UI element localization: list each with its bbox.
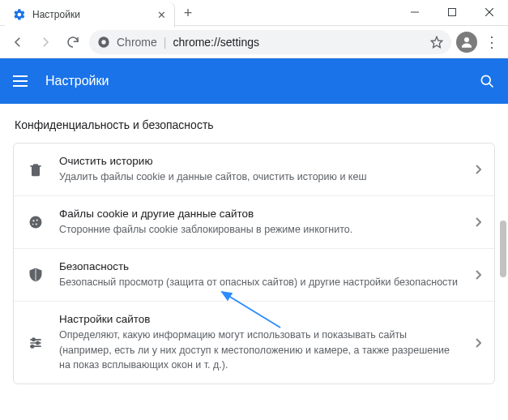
chevron-right-icon bbox=[475, 217, 481, 227]
svg-point-12 bbox=[32, 220, 34, 221]
settings-header: Настройки bbox=[0, 58, 508, 104]
row-title: Файлы cookie и другие данные сайтов bbox=[59, 208, 460, 220]
svg-point-7 bbox=[464, 37, 469, 42]
trash-icon bbox=[27, 161, 45, 178]
url-scheme: Chrome bbox=[117, 36, 157, 49]
row-title: Безопасность bbox=[59, 260, 460, 272]
svg-point-19 bbox=[36, 341, 39, 344]
back-button[interactable] bbox=[6, 31, 29, 54]
minimize-button[interactable] bbox=[396, 0, 433, 24]
section-title: Конфиденциальность и безопасность bbox=[15, 118, 493, 131]
search-icon[interactable] bbox=[479, 73, 495, 89]
cookie-icon bbox=[27, 214, 45, 230]
row-security[interactable]: Безопасность Безопасный просмотр (защита… bbox=[14, 248, 494, 301]
svg-point-15 bbox=[32, 224, 34, 225]
svg-rect-10 bbox=[30, 165, 41, 167]
row-subtitle: Удалить файлы cookie и данные сайтов, оч… bbox=[59, 169, 460, 184]
svg-point-11 bbox=[30, 216, 42, 229]
reload-button[interactable] bbox=[62, 31, 84, 54]
window-controls bbox=[396, 0, 508, 24]
page-title: Настройки bbox=[45, 74, 109, 88]
browser-menu-button[interactable]: ⋮ bbox=[482, 31, 502, 54]
window-titlebar: Настройки ✕ + bbox=[0, 0, 508, 26]
shield-icon bbox=[27, 267, 45, 283]
scrollbar-thumb[interactable] bbox=[500, 221, 506, 277]
row-subtitle: Определяют, какую информацию могут испол… bbox=[59, 328, 460, 371]
profile-avatar[interactable] bbox=[456, 32, 477, 53]
close-tab-icon[interactable]: ✕ bbox=[157, 9, 166, 21]
settings-content: Конфиденциальность и безопасность Очисти… bbox=[0, 104, 508, 420]
svg-rect-1 bbox=[449, 9, 456, 16]
chevron-right-icon bbox=[475, 165, 481, 174]
row-cookies[interactable]: Файлы cookie и другие данные сайтов Стор… bbox=[14, 195, 494, 248]
svg-point-13 bbox=[36, 220, 38, 221]
sliders-icon bbox=[27, 335, 45, 351]
forward-button[interactable] bbox=[34, 31, 57, 54]
gear-icon bbox=[13, 8, 26, 21]
svg-line-9 bbox=[489, 84, 493, 88]
svg-marker-6 bbox=[431, 36, 442, 47]
chevron-right-icon bbox=[475, 270, 481, 280]
svg-point-5 bbox=[101, 40, 105, 44]
chevron-right-icon bbox=[475, 338, 481, 348]
maximize-button[interactable] bbox=[433, 0, 471, 24]
svg-point-17 bbox=[32, 338, 35, 341]
address-bar: Chrome | chrome://settings ⋮ bbox=[0, 26, 508, 58]
row-clear-history[interactable]: Очистить историю Удалить файлы cookie и … bbox=[14, 144, 494, 195]
url-path: chrome://settings bbox=[173, 36, 259, 49]
close-window-button[interactable] bbox=[471, 0, 508, 24]
browser-tab[interactable]: Настройки ✕ bbox=[5, 2, 175, 28]
svg-point-14 bbox=[36, 224, 37, 225]
tab-title: Настройки bbox=[32, 9, 151, 20]
bookmark-star-icon[interactable] bbox=[430, 36, 443, 49]
row-site-settings[interactable]: Настройки сайтов Определяют, какую инфор… bbox=[14, 301, 494, 383]
chrome-logo-icon bbox=[97, 36, 110, 49]
omnibox[interactable]: Chrome | chrome://settings bbox=[89, 30, 451, 54]
row-subtitle: Сторонние файлы cookie заблокированы в р… bbox=[59, 222, 460, 237]
url-divider: | bbox=[164, 36, 167, 49]
svg-point-21 bbox=[31, 345, 33, 347]
new-tab-button[interactable]: + bbox=[177, 2, 199, 24]
row-title: Настройки сайтов bbox=[59, 313, 460, 325]
row-title: Очистить историю bbox=[59, 155, 460, 167]
row-subtitle: Безопасный просмотр (защита от опасных с… bbox=[59, 275, 460, 289]
privacy-card: Очистить историю Удалить файлы cookie и … bbox=[13, 143, 495, 384]
menu-icon[interactable] bbox=[13, 71, 32, 91]
svg-point-8 bbox=[481, 75, 490, 84]
